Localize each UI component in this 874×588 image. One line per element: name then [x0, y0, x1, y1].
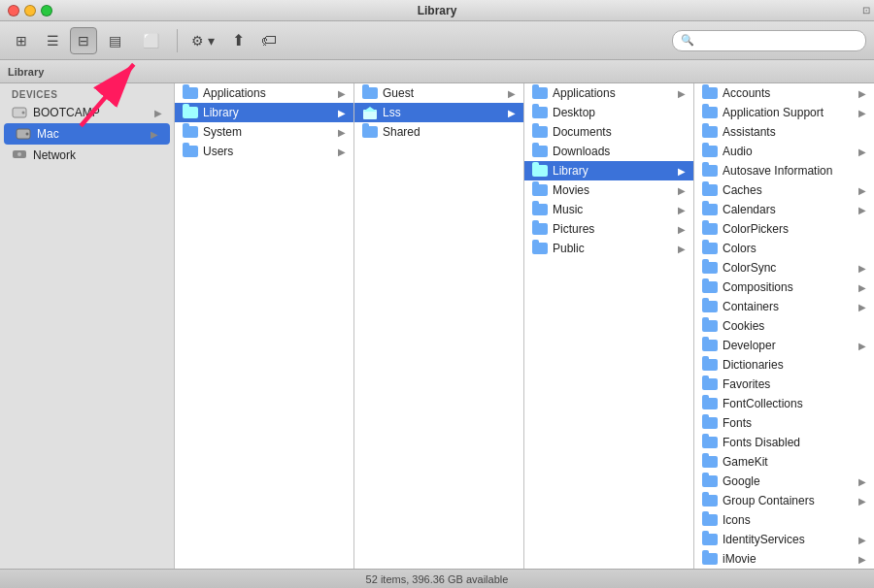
folder-icon — [702, 474, 718, 489]
list-item[interactable]: ColorSync ▶ — [694, 258, 874, 278]
list-item[interactable]: Documents — [524, 122, 693, 142]
network-label: Network — [33, 148, 162, 162]
separator-1 — [177, 29, 178, 52]
maximize-button[interactable] — [41, 5, 52, 16]
list-item[interactable]: Fonts Disabled — [694, 433, 874, 452]
list-item[interactable]: Pictures ▶ — [524, 219, 693, 239]
folder-icon — [702, 454, 718, 470]
list-item[interactable]: Users ▶ — [175, 142, 353, 161]
column-view-button[interactable]: ⊟ — [70, 27, 97, 54]
action-button[interactable]: ⚙ ▾ — [185, 27, 220, 54]
hdd-icon — [12, 105, 27, 120]
list-item[interactable]: System ▶ — [175, 122, 353, 142]
list-item[interactable]: Applications ▶ — [175, 83, 353, 103]
finder-content: DEVICES BOOTCAMP ▶ Mac ▶ Network — [0, 83, 874, 569]
list-item[interactable]: Guest ▶ — [354, 83, 523, 103]
list-item[interactable]: Calendars ▶ — [694, 200, 874, 219]
list-item[interactable]: ColorPickers — [694, 219, 874, 239]
folder-icon — [532, 182, 548, 198]
folder-icon — [702, 376, 718, 392]
list-view-button[interactable]: ☰ — [39, 27, 66, 54]
list-item[interactable]: Autosave Information — [694, 161, 874, 180]
window-controls — [8, 5, 52, 16]
list-item[interactable]: Library ▶ — [524, 161, 693, 180]
coverflow-view-button[interactable]: ▤ — [101, 27, 128, 54]
window-title: Library — [418, 4, 457, 17]
folder-icon — [702, 396, 718, 411]
list-item[interactable]: iMovie ▶ — [694, 549, 874, 569]
list-item[interactable]: Google ▶ — [694, 472, 874, 491]
list-item[interactable]: Colors — [694, 239, 874, 258]
folder-icon — [702, 124, 718, 140]
mac-hdd-icon — [16, 126, 31, 142]
column-2: Guest ▶ Lss ▶ Shared — [354, 83, 524, 569]
list-item[interactable]: Favorites — [694, 375, 874, 394]
sidebar-item-bootcamp[interactable]: BOOTCAMP ▶ — [0, 102, 174, 123]
folder-icon — [532, 144, 548, 159]
list-item[interactable]: Caches ▶ — [694, 180, 874, 200]
bootcamp-arrow: ▶ — [154, 108, 162, 118]
list-item[interactable]: Lss ▶ — [354, 103, 523, 122]
mac-arrow: ▶ — [151, 129, 158, 140]
svg-point-5 — [17, 152, 21, 156]
list-item[interactable]: Music ▶ — [524, 200, 693, 219]
list-item[interactable]: Compositions ▶ — [694, 278, 874, 297]
folder-icon — [532, 202, 548, 217]
folder-icon — [702, 532, 718, 547]
list-item[interactable]: Downloads — [524, 142, 693, 161]
column-3: Applications ▶ Desktop Documents Downloa… — [524, 83, 694, 569]
folder-icon — [702, 221, 718, 237]
share-button[interactable]: ⬆ — [224, 27, 252, 54]
list-item[interactable]: GameKit — [694, 452, 874, 472]
list-item[interactable]: Application Support ▶ — [694, 103, 874, 122]
list-item[interactable]: Library ▶ — [175, 103, 353, 122]
folder-icon — [183, 144, 198, 159]
svg-marker-7 — [363, 107, 377, 112]
list-item[interactable]: Cookies — [694, 316, 874, 336]
list-item[interactable]: Developer ▶ — [694, 336, 874, 355]
folder-icon — [532, 124, 548, 140]
close-button[interactable] — [8, 5, 19, 16]
folder-icon — [702, 318, 718, 334]
list-item[interactable]: Icons — [694, 510, 874, 530]
folder-icon — [362, 124, 378, 140]
preview-view-button[interactable]: ⬜ — [132, 27, 169, 54]
list-item[interactable]: Public ▶ — [524, 239, 693, 258]
list-item[interactable]: FontCollections — [694, 394, 874, 413]
resize-button[interactable]: ⊡ — [862, 5, 870, 16]
list-item[interactable]: Desktop — [524, 103, 693, 122]
folder-icon — [702, 163, 718, 179]
sidebar-item-mac[interactable]: Mac ▶ — [4, 123, 170, 145]
search-box[interactable]: 🔍 — [672, 30, 866, 51]
folder-icon — [532, 105, 548, 120]
minimize-button[interactable] — [24, 5, 36, 16]
columns-area: Applications ▶ Library ▶ System ▶ Users … — [175, 83, 874, 569]
list-item[interactable]: Containers ▶ — [694, 297, 874, 316]
folder-icon — [702, 415, 718, 431]
list-item[interactable]: Audio ▶ — [694, 142, 874, 161]
list-item[interactable]: IdentityServices ▶ — [694, 530, 874, 549]
list-item[interactable]: Accounts ▶ — [694, 83, 874, 103]
search-icon: 🔍 — [681, 34, 694, 47]
path-label: Library — [8, 66, 44, 78]
list-item[interactable]: Applications ▶ — [524, 83, 693, 103]
tag-button[interactable]: 🏷 — [255, 27, 283, 54]
folder-icon — [702, 105, 718, 120]
list-item[interactable]: Movies ▶ — [524, 180, 693, 200]
list-item[interactable]: Fonts — [694, 413, 874, 433]
folder-icon — [702, 299, 718, 314]
folder-icon — [532, 85, 548, 101]
list-item[interactable]: Group Containers ▶ — [694, 491, 874, 510]
folder-icon — [702, 493, 718, 508]
sidebar-item-network[interactable]: Network — [0, 145, 174, 166]
list-item[interactable]: Dictionaries — [694, 355, 874, 375]
column-4: Accounts ▶ Application Support ▶ Assista… — [694, 83, 874, 569]
icon-view-button[interactable]: ⊞ — [8, 27, 35, 54]
search-input[interactable] — [698, 35, 857, 47]
folder-icon — [702, 551, 718, 567]
folder-icon — [702, 357, 718, 373]
list-item[interactable]: Assistants — [694, 122, 874, 142]
svg-point-3 — [26, 133, 29, 136]
list-item[interactable]: Shared — [354, 122, 523, 142]
folder-icon — [702, 241, 718, 256]
